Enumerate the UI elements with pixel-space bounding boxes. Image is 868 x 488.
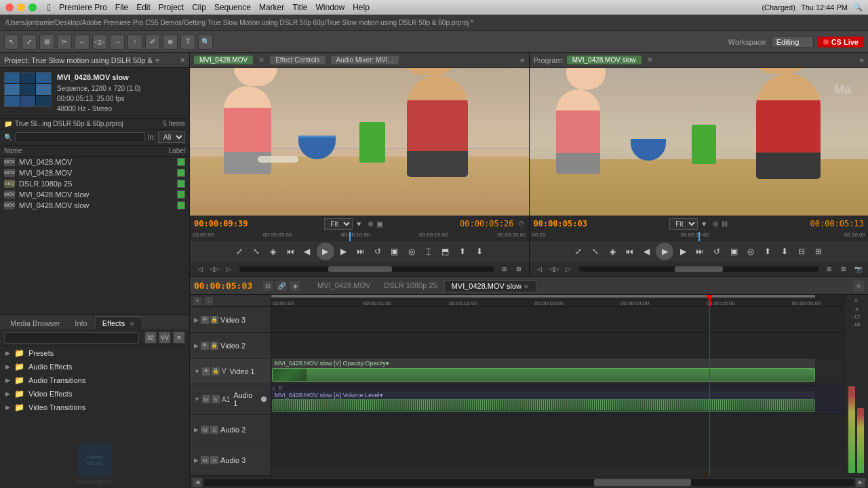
source-scrubber-bar[interactable]: 00:00:00 00:00:05:00 00:00:10:00 00:00:1…	[190, 232, 529, 241]
minimize-button[interactable]	[17, 3, 25, 12]
prog-safe-margins[interactable]: ▣	[726, 244, 741, 259]
source-safe-zones-icon[interactable]: ▣	[376, 220, 383, 228]
effects-folder-audio-transitions[interactable]: ▶ 📁 Audio Transitions	[0, 373, 189, 387]
effects-btn-32[interactable]: 32	[144, 331, 157, 344]
menu-marker[interactable]: Marker	[259, 3, 284, 12]
program-scrubber[interactable]: 00:00 00:05:00:00 00:10:00	[530, 232, 869, 241]
menu-window[interactable]: Window	[316, 3, 345, 12]
video3-expand-icon[interactable]: ▶	[194, 317, 199, 323]
audio1-expand-icon[interactable]: ▼	[194, 396, 200, 403]
source-mark-in[interactable]: ⤢	[232, 244, 247, 259]
maximize-button[interactable]	[28, 3, 37, 12]
list-item[interactable]: SEQ DSLR 1080p 25	[0, 178, 189, 189]
video1-clip-block[interactable]	[272, 368, 815, 382]
tool-btn-10[interactable]: ⊕	[163, 35, 178, 49]
source-audio-mixer-tab[interactable]: Audio Mixer: MVI...	[331, 56, 399, 64]
audio3-mute-icon[interactable]: M	[201, 456, 209, 464]
timeline-tab-slow[interactable]: MVI_0428.MOV slow ✕	[444, 280, 536, 291]
video3-lock-icon[interactable]: 🔒	[210, 316, 218, 324]
menu-edit[interactable]: Edit	[136, 3, 151, 12]
close-button[interactable]	[5, 3, 14, 12]
source-lift[interactable]: ⬆	[455, 244, 470, 259]
video1-expand-icon[interactable]: ▼	[194, 368, 200, 375]
source-extract[interactable]: ⬇	[472, 244, 487, 259]
track-row-video1[interactable]: MVI_0428.MOV slow [V] Opacity:Opacity▾	[271, 359, 844, 384]
track-row-audio1[interactable]: L R MVI_0428.MOV slow [A] Volume:Level▾	[271, 384, 844, 415]
source-tab-close[interactable]: ✕	[258, 56, 264, 64]
audio3-solo-icon[interactable]: S	[210, 456, 218, 464]
source-loop[interactable]: ↺	[370, 244, 385, 259]
source-add-marker[interactable]: ◈	[266, 244, 281, 259]
tab-effects-close[interactable]: ✕	[130, 321, 135, 327]
audio2-mute-icon[interactable]: M	[201, 426, 209, 434]
source-step-back[interactable]: ◀	[300, 244, 315, 259]
audio1-solo-icon[interactable]: S	[212, 395, 220, 403]
effects-search-input[interactable]	[4, 332, 139, 344]
program-fit-select[interactable]: Fit	[669, 218, 698, 230]
workspace-select[interactable]: Editing	[772, 36, 814, 48]
tool-btn-3[interactable]: ⊞	[39, 35, 54, 49]
tab-info[interactable]: Info	[67, 317, 94, 329]
video2-expand-icon[interactable]: ▶	[194, 342, 199, 349]
tab-media-browser[interactable]: Media Browser	[3, 317, 67, 329]
source-mark-out[interactable]: ⤡	[249, 244, 264, 259]
prog-mark-out[interactable]: ⤡	[588, 244, 603, 259]
timeline-scroll-right[interactable]: ▶	[856, 478, 865, 487]
prog-mini-btn-2[interactable]: ◁▷	[548, 264, 560, 274]
source-trim-btn-1[interactable]: ⊞	[498, 264, 511, 274]
audio1-clip-block[interactable]	[272, 399, 815, 412]
timeline-ruler[interactable]: 00:00:00 00:00:01:00 00:00:02:00 00:00:0…	[271, 295, 844, 307]
audio2-expand-icon[interactable]: ▶	[194, 426, 199, 433]
track-add-btn[interactable]: +	[193, 296, 202, 306]
source-output[interactable]: ◎	[404, 244, 419, 259]
source-mini-btn-1[interactable]: ◁	[194, 264, 206, 274]
program-settings-icon[interactable]: ⊕	[713, 220, 719, 228]
prog-trim-btn-2[interactable]: ⊠	[837, 264, 850, 274]
source-fit-select[interactable]: Fit	[324, 218, 353, 230]
source-overwrite[interactable]: ⬒	[438, 244, 453, 259]
effects-folder-video-effects[interactable]: ▶ 📁 Video Effects	[0, 387, 189, 401]
tool-btn-1[interactable]: ↖	[4, 35, 19, 49]
prog-go-prev-edit[interactable]: ⏮	[622, 244, 637, 259]
track-row-audio3[interactable]	[271, 445, 844, 466]
tool-btn-2[interactable]: ⤢	[22, 35, 37, 49]
prog-add-marker[interactable]: ◈	[605, 244, 620, 259]
menu-title[interactable]: Title	[292, 3, 307, 12]
timeline-scroll-left[interactable]: ◀	[193, 478, 202, 487]
timeline-menu-btn[interactable]: ≡	[853, 281, 864, 291]
source-go-prev-edit[interactable]: ⏮	[283, 244, 298, 259]
menu-clip[interactable]: Clip	[192, 3, 206, 12]
tool-btn-7[interactable]: →	[110, 35, 125, 49]
video2-lock-icon[interactable]: 🔒	[210, 342, 218, 350]
effects-folder-video-transitions[interactable]: ▶ 📁 Video Transitions	[0, 401, 189, 414]
prog-trim-prev[interactable]: ⊟	[794, 244, 809, 259]
tab-effects[interactable]: Effects ✕	[95, 317, 143, 329]
project-panel-close[interactable]: ✕	[180, 56, 185, 64]
track-remove-btn[interactable]: -	[204, 296, 214, 306]
timeline-scroll-bar[interactable]	[204, 479, 854, 486]
audio2-solo-icon[interactable]: S	[210, 426, 218, 434]
timeline-linked-btn[interactable]: 🔗	[275, 280, 288, 292]
prog-step-fwd[interactable]: ▶	[675, 244, 690, 259]
tool-btn-9[interactable]: ✐	[145, 35, 160, 49]
source-play-button[interactable]: ▶	[317, 243, 334, 260]
program-monitor-tab[interactable]: MVI_0428.MOV slow	[567, 56, 642, 64]
program-fit-dropdown[interactable]: ▼	[701, 220, 707, 228]
tool-btn-6[interactable]: ◁▷	[92, 35, 107, 49]
tool-btn-search[interactable]: 🔍	[198, 35, 213, 49]
prog-trim-btn-1[interactable]: ⊞	[823, 264, 835, 274]
prog-loop[interactable]: ↺	[709, 244, 724, 259]
source-mini-btn-2[interactable]: ◁▷	[208, 264, 220, 274]
video1-lock-icon[interactable]: 🔒	[212, 367, 220, 375]
source-monitor-tab-active[interactable]: MVI_0428.MOV	[194, 56, 253, 64]
list-item[interactable]: MOV MVI_0428.MOV slow	[0, 200, 189, 211]
timeline-snap-btn[interactable]: ⊡	[262, 280, 274, 292]
source-fit-dropdown[interactable]: ▼	[355, 220, 362, 228]
list-item[interactable]: MOV MVI_0428.MOV	[0, 157, 189, 167]
track-row-video2[interactable]	[271, 333, 844, 359]
search-mac-icon[interactable]: 🔍	[853, 3, 863, 12]
project-panel-menu[interactable]: ≡	[155, 56, 159, 64]
source-monitor-menu[interactable]: ≡	[520, 56, 524, 64]
source-go-next-edit[interactable]: ⏭	[353, 244, 368, 259]
tool-btn-8[interactable]: ↑	[127, 35, 142, 49]
